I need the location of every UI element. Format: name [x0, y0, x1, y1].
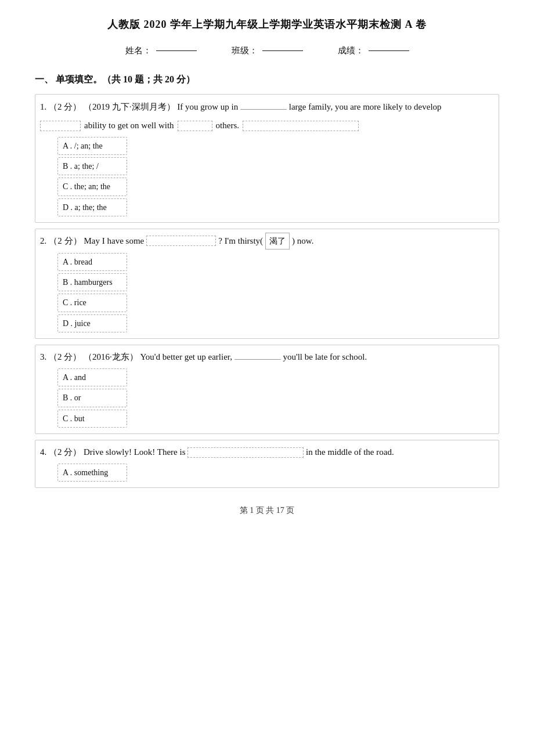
q1-option-b-label: B . a; the; /: [57, 157, 127, 175]
q4-option-a-label: A . something: [57, 464, 127, 482]
q2-option-d-label: D . juice: [57, 314, 127, 332]
q4-text-before: Drive slowly! Look! There is: [84, 447, 186, 457]
class-blank[interactable]: [262, 50, 303, 51]
question-4: 4. （2 分） Drive slowly! Look! There is in…: [35, 440, 499, 489]
q2-blank1[interactable]: [146, 236, 216, 246]
q1-text-after: large family, you are more likely to dev…: [289, 102, 442, 111]
class-label: 班级：: [232, 45, 258, 56]
q1-text2-after: others.: [216, 118, 239, 133]
info-row: 姓名： 班级： 成绩：: [35, 45, 499, 56]
page-footer: 第 1 页 共 17 页: [35, 505, 499, 516]
class-field: 班级：: [232, 45, 303, 56]
q4-options: A . something: [57, 464, 494, 482]
q1-line2: ability to get on well with others.: [40, 118, 494, 133]
q2-option-d[interactable]: D . juice: [57, 314, 494, 332]
q3-option-c[interactable]: C . but: [57, 410, 494, 428]
exam-title: 人教版 2020 学年上学期九年级上学期学业英语水平期末检测 A 卷: [35, 17, 499, 31]
q1-option-c-label: C . the; an; the: [57, 178, 127, 196]
q4-number: 4.: [40, 447, 46, 457]
footer-text: 第 1 页 共 17 页: [240, 506, 295, 515]
q3-option-a[interactable]: A . and: [57, 368, 494, 386]
q1-text-before: If you grow up in: [177, 102, 238, 111]
q1-score: （2 分）: [49, 102, 81, 111]
q3-source: （2016·龙东）: [84, 352, 138, 361]
q2-option-a[interactable]: A . bread: [57, 253, 494, 271]
q1-option-c[interactable]: C . the; an; the: [57, 178, 494, 196]
q3-number: 3.: [40, 352, 46, 361]
q4-blank1[interactable]: [187, 447, 304, 458]
q2-score: （2 分）: [49, 233, 81, 249]
q1-blank4[interactable]: [243, 121, 359, 131]
q2-options: A . bread B . hamburgers C . rice D . ju…: [57, 253, 494, 332]
q3-option-b[interactable]: B . or: [57, 389, 494, 407]
q1-option-d[interactable]: D . a; the; the: [57, 198, 494, 216]
q2-text: 2. （2 分） May I have some ? I'm thirsty( …: [40, 233, 494, 249]
question-3: 3. （2 分） （2016·龙东） You'd better get up e…: [35, 345, 499, 434]
q3-option-a-label: A . and: [57, 368, 127, 386]
q1-option-a-label: A . /; an; the: [57, 137, 127, 155]
q3-blank1[interactable]: [234, 349, 281, 360]
q1-blank3[interactable]: [178, 121, 212, 131]
q3-option-c-label: C . but: [57, 410, 127, 428]
q1-options: A . /; an; the B . a; the; / C . the; an…: [57, 137, 494, 216]
q3-options: A . and B . or C . but: [57, 368, 494, 428]
question-2: 2. （2 分） May I have some ? I'm thirsty( …: [35, 229, 499, 339]
q4-text: 4. （2 分） Drive slowly! Look! There is in…: [40, 444, 494, 461]
q2-thirsty: 渴了: [265, 233, 290, 249]
q2-option-c[interactable]: C . rice: [57, 294, 494, 312]
q1-text2-mid: ability to get on well with: [84, 118, 174, 133]
q2-option-b[interactable]: B . hamburgers: [57, 273, 494, 291]
name-blank[interactable]: [156, 50, 197, 51]
name-label: 姓名：: [125, 45, 151, 56]
q1-blank2[interactable]: [40, 121, 81, 131]
score-field: 成绩：: [338, 45, 409, 56]
q2-thirsty-note: 渴了: [269, 234, 286, 248]
q3-text-before: You'd better get up earlier,: [140, 352, 232, 361]
q1-option-a[interactable]: A . /; an; the: [57, 137, 494, 155]
q2-option-b-label: B . hamburgers: [57, 273, 127, 291]
q1-option-b[interactable]: B . a; the; /: [57, 157, 494, 175]
q2-number: 2.: [40, 233, 46, 249]
score-blank[interactable]: [369, 50, 409, 51]
score-label: 成绩：: [338, 45, 364, 56]
q1-number: 1.: [40, 102, 46, 111]
q2-text-after: ? I'm thirsty(: [218, 233, 263, 249]
q1-blank1[interactable]: [240, 99, 287, 110]
q1-option-d-label: D . a; the; the: [57, 198, 127, 216]
q1-text: 1. （2 分） （2019 九下·深圳月考） If you grow up i…: [40, 98, 494, 115]
q2-text-before: May I have some: [84, 233, 145, 249]
section1-title: 一、 单项填空。（共 10 题；共 20 分）: [35, 74, 499, 86]
q1-source: （2019 九下·深圳月考）: [84, 102, 175, 111]
q2-option-a-label: A . bread: [57, 253, 127, 271]
q4-option-a[interactable]: A . something: [57, 464, 494, 482]
q2-text-end: ) now.: [292, 233, 313, 249]
q3-text-after: you'll be late for school.: [283, 352, 367, 361]
q3-text: 3. （2 分） （2016·龙东） You'd better get up e…: [40, 349, 494, 366]
q3-score: （2 分）: [49, 352, 81, 361]
q4-score: （2 分）: [49, 447, 81, 457]
q2-option-c-label: C . rice: [57, 294, 127, 312]
q3-option-b-label: B . or: [57, 389, 127, 407]
name-field: 姓名：: [125, 45, 197, 56]
q4-text-after: in the middle of the road.: [306, 447, 394, 457]
question-1: 1. （2 分） （2019 九下·深圳月考） If you grow up i…: [35, 94, 499, 223]
